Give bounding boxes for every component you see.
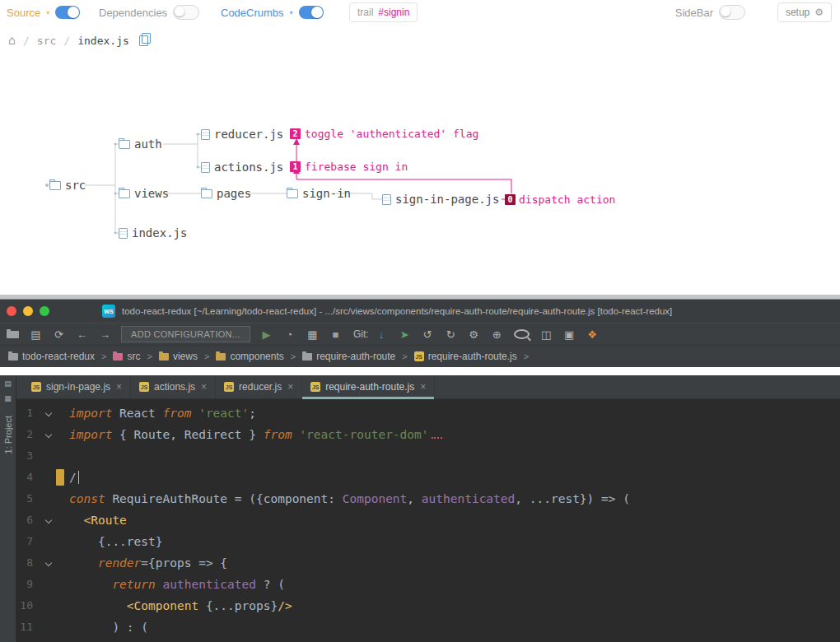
trail-value: #signin [378,7,409,18]
error-squiggle [432,427,442,439]
layout-icon[interactable]: ◫ [540,328,553,341]
windows-icon[interactable]: ▣ [563,328,576,341]
tree-node-actionsjs[interactable]: actions.js [201,160,283,174]
editor-tab[interactable]: JSactions.js× [131,375,216,398]
save-icon[interactable]: ▤ [30,328,42,341]
codecrumbs-label[interactable]: CodeCrumbs [221,7,284,19]
breadcrumb-item[interactable]: views [159,351,198,362]
tree-node-signinpagejs[interactable]: sign-in-page.js [382,193,499,206]
sidebar-control-group: SideBar [675,0,745,25]
trail-chip[interactable]: trail #signin [349,2,418,22]
editor-tab[interactable]: JSrequire-auth-route.js× [302,375,435,398]
code-text: const RequireAuthRoute = ({component: Co… [64,488,630,509]
sidebar-toggle[interactable] [719,5,745,20]
breadcrumb-item[interactable]: JSrequire-auth-route.js [414,351,517,362]
tool-window-icon[interactable] [4,379,12,388]
project-tool-window-tab[interactable]: 1: Project [3,416,13,454]
minimize-window-button[interactable] [23,306,33,316]
forward-icon[interactable]: → [99,328,111,341]
run-configuration-dropdown[interactable]: ADD CONFIGURATION... [121,326,250,342]
history-back-icon[interactable]: ↺ [422,328,434,341]
tree-node-views[interactable]: views [119,187,169,200]
codecrumbs-toggle[interactable] [299,6,324,19]
open-folder-icon[interactable] [7,331,19,338]
structure-icon[interactable] [4,394,12,402]
copy-icon[interactable] [139,35,148,46]
push-icon[interactable]: ➤ [399,328,411,341]
fold-arrow-icon[interactable] [45,431,52,438]
update-project-icon[interactable]: ↓ [376,328,388,341]
plugins-icon[interactable]: ⊕ [491,328,503,341]
text-caret [78,471,79,484]
close-tab-icon[interactable]: × [116,381,122,393]
source-root-icon [113,353,123,361]
line-number[interactable]: 11 [16,616,33,638]
dependencies-toggle[interactable] [173,5,199,20]
fold-arrow-icon[interactable] [45,560,52,566]
trail-step-badge[interactable]: 1 [290,161,301,172]
line-number[interactable]: 9 [16,574,33,595]
breadcrumb-item[interactable]: require-auth-route [302,351,395,362]
gutter-fold-zone [33,488,64,509]
search-everywhere-icon[interactable] [514,329,530,339]
line-number[interactable]: 1 [16,402,33,424]
editor-tab[interactable]: JSreducer.js× [216,375,302,398]
source-toggle[interactable] [55,6,80,19]
breadcrumb-item[interactable]: todo-react-redux [8,351,95,362]
line-number[interactable]: 6 [16,509,33,531]
gutter-fold-zone [33,509,64,531]
tree-node-pages[interactable]: pages [201,187,251,200]
tree-node-indexjs[interactable]: index.js [119,226,187,240]
editor-tab[interactable]: JSsign-in-page.js× [23,375,131,398]
line-number[interactable]: 8 [16,552,33,574]
close-tab-icon[interactable]: × [420,381,426,393]
trail-step-label[interactable]: toggle 'authenticated' flag [305,128,478,140]
back-icon[interactable]: ← [76,328,88,341]
fold-arrow-icon[interactable] [45,410,52,416]
trail-step-label[interactable]: dispatch action [519,194,615,206]
file-icon [382,194,391,205]
line-number[interactable]: 7 [16,531,33,552]
trail-step-label[interactable]: firebase sign in [305,161,408,173]
breadcrumb-src[interactable]: src [37,35,56,47]
fold-arrow-icon[interactable] [45,517,52,523]
breadcrumb-item[interactable]: src [113,351,140,362]
profiler-icon[interactable]: ◔ [283,328,296,341]
tree-node-src[interactable]: src [49,179,86,192]
close-window-button[interactable] [7,306,16,316]
gutter-fold-zone [33,574,64,595]
trail-step-badge[interactable]: 0 [505,194,516,205]
source-label[interactable]: Source [7,7,40,19]
line-number[interactable]: 3 [16,445,33,467]
line-number[interactable]: 2 [16,424,33,445]
tree-node-auth[interactable]: auth [119,137,162,151]
home-icon[interactable] [8,33,16,48]
coverage-icon[interactable]: ▦ [306,328,319,341]
setup-button[interactable]: setup [777,2,832,22]
js-file-icon: JS [224,382,234,392]
tree-node-signin[interactable]: sign-in [287,187,351,200]
line-number[interactable]: 5 [16,488,33,509]
dependencies-label[interactable]: Dependencies [99,7,167,19]
code-line: 10 <Component {...props}/> [16,595,840,616]
breadcrumb-item[interactable]: components [216,351,283,362]
sidebar-label[interactable]: SideBar [675,7,713,19]
breadcrumb-indexjs[interactable]: index.js [77,35,129,47]
line-number[interactable]: 4 [16,467,33,488]
setup-label: setup [786,7,810,18]
line-number[interactable]: 10 [16,595,33,616]
zoom-window-button[interactable] [40,306,49,316]
run-icon[interactable]: ▶ [260,328,273,341]
chevron-right-icon: > [402,351,407,361]
close-tab-icon[interactable]: × [201,381,207,393]
history-forward-icon[interactable]: ↻ [445,328,457,341]
trail-step-badge[interactable]: 2 [290,128,301,139]
code-text: return authenticated ? ( [64,574,285,595]
sync-icon[interactable]: ⟳ [53,328,65,341]
close-tab-icon[interactable]: × [287,381,293,393]
extensions-icon[interactable]: ❖ [586,328,599,341]
code-editor[interactable]: 1import React from 'react';2import { Rou… [16,399,840,642]
tree-node-reducerjs[interactable]: reducer.js [201,128,283,141]
settings-icon[interactable]: ⚙ [468,328,480,341]
stop-icon[interactable]: ■ [329,328,342,341]
